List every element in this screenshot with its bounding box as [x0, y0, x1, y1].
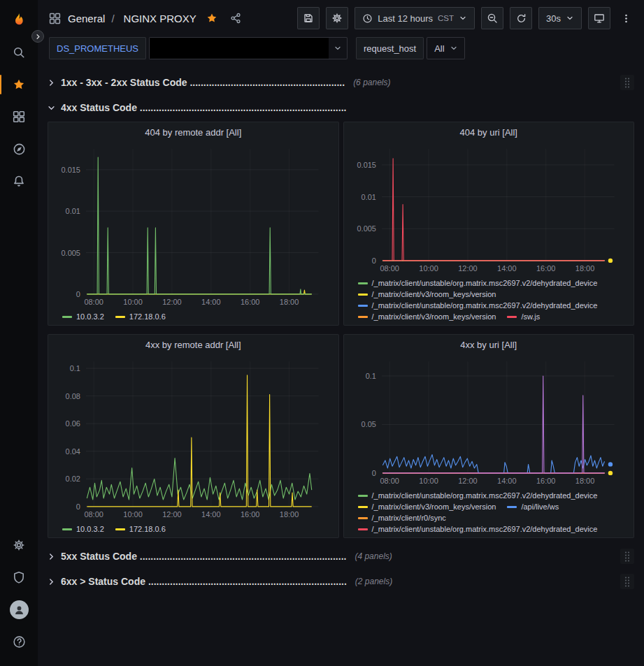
legend-item[interactable]: 172.18.0.6 — [115, 525, 166, 533]
person-icon — [13, 604, 25, 616]
legend-series-label: /_matrix/client/unstable/org.matrix.msc2… — [372, 279, 598, 287]
legend-item[interactable]: /_matrix/client/v3/room_keys/version — [358, 312, 496, 321]
row-panel-count: (2 panels) — [355, 577, 392, 586]
panel-legend: /_matrix/client/unstable/org.matrix.msc2… — [351, 276, 627, 322]
row-4xx-status-code[interactable]: 4xx Status Code ........................… — [48, 98, 634, 117]
svg-text:08:00: 08:00 — [84, 298, 103, 306]
legend-series-swatch — [507, 316, 517, 318]
svg-text:16:00: 16:00 — [536, 264, 554, 273]
chevron-down-icon — [566, 14, 574, 22]
save-dashboard-button[interactable] — [297, 7, 320, 29]
row-drag-handle-icon[interactable] — [620, 75, 634, 90]
sidebar-item-search[interactable] — [3, 36, 34, 68]
panel-title[interactable]: 4xx by remote addr [All] — [48, 335, 338, 354]
panel-title[interactable]: 404 by uri [All] — [344, 122, 634, 142]
svg-text:0: 0 — [371, 256, 375, 265]
legend-item[interactable]: /_matrix/client/unstable/org.matrix.msc2… — [358, 301, 598, 310]
sidebar-expand-button[interactable] — [31, 30, 44, 43]
sidebar-item-configuration[interactable] — [3, 529, 34, 561]
svg-text:0: 0 — [371, 469, 375, 477]
time-series-chart[interactable]: 08:0010:0012:0014:0016:0018:0000.0050.01… — [55, 142, 331, 310]
more-options-button[interactable] — [617, 7, 636, 29]
share-button[interactable] — [230, 13, 241, 24]
panel-title[interactable]: 4xx by uri [All] — [344, 335, 634, 354]
time-range-picker[interactable]: Last 12 hours CST — [355, 7, 475, 29]
sidebar-bottom-group — [3, 529, 34, 658]
svg-text:0.02: 0.02 — [66, 475, 80, 483]
legend-item[interactable]: 10.0.3.2 — [62, 312, 104, 321]
legend-item[interactable]: /_matrix/client/r0/sync — [358, 514, 446, 522]
legend-item[interactable]: /sw.js — [507, 312, 540, 321]
svg-text:0.06: 0.06 — [66, 419, 80, 428]
favorite-star-button[interactable] — [206, 13, 217, 24]
legend-series-swatch — [358, 517, 368, 519]
chevron-right-icon — [48, 578, 55, 586]
svg-text:10:00: 10:00 — [419, 264, 438, 273]
request-host-variable-select[interactable]: All — [427, 37, 464, 59]
breadcrumb-folder[interactable]: General — [68, 13, 105, 24]
variable-request-host: request_host All — [356, 37, 465, 59]
svg-text:0.015: 0.015 — [62, 166, 80, 174]
time-series-chart[interactable]: 08:0010:0012:0014:0016:0018:0000.0050.01… — [351, 142, 627, 276]
sidebar-item-explore[interactable] — [3, 133, 34, 165]
grafana-logo[interactable] — [3, 6, 34, 36]
panel-body: 08:0010:0012:0014:0016:0018:0000.0050.01… — [344, 142, 634, 325]
legend-series-label: /_matrix/client/unstable/org.matrix.msc2… — [372, 525, 598, 533]
panel-body: 08:0010:0012:0014:0016:0018:0000.020.040… — [48, 354, 338, 537]
dashboard-topbar: General / NGINX PROXY — [38, 0, 644, 36]
svg-text:10:00: 10:00 — [419, 477, 438, 485]
svg-text:16:00: 16:00 — [241, 298, 259, 306]
row-1xx-3xx-2xx-status-code[interactable]: 1xx - 3xx - 2xx Status Code ............… — [48, 73, 634, 92]
legend-item[interactable]: /_matrix/client/unstable/org.matrix.msc2… — [358, 525, 598, 533]
grafana-flame-icon — [10, 12, 28, 30]
svg-text:0: 0 — [76, 290, 80, 298]
zoom-out-button[interactable] — [481, 7, 503, 29]
dashboard-settings-button[interactable] — [326, 7, 348, 29]
chevron-down-icon — [329, 44, 347, 52]
time-series-chart[interactable]: 08:0010:0012:0014:0016:0018:0000.050.1 — [351, 354, 627, 488]
legend-series-label: 10.0.3.2 — [76, 312, 104, 321]
legend-series-label: /_matrix/client/v3/room_keys/version — [372, 312, 496, 321]
row-drag-handle-icon[interactable] — [620, 574, 634, 589]
time-series-chart[interactable]: 08:0010:0012:0014:0016:0018:0000.020.040… — [55, 354, 331, 522]
sidebar-item-profile[interactable] — [3, 593, 34, 625]
row-title: 6xx > Status Code ......................… — [61, 576, 347, 587]
panel-grid: 404 by remote addr [All]08:0010:0012:001… — [48, 122, 634, 538]
legend-item[interactable]: /_matrix/client/unstable/org.matrix.msc2… — [358, 279, 598, 287]
sidebar-item-alerting[interactable] — [3, 165, 34, 197]
svg-text:14:00: 14:00 — [201, 510, 220, 519]
svg-text:0.05: 0.05 — [361, 420, 375, 428]
svg-text:10:00: 10:00 — [123, 510, 142, 519]
share-icon — [230, 13, 241, 24]
row-drag-handle-icon[interactable] — [620, 549, 634, 564]
legend-series-swatch — [358, 294, 368, 296]
sidebar-item-server-admin[interactable] — [3, 561, 34, 593]
cycle-view-button[interactable] — [588, 7, 610, 29]
refresh-interval-picker[interactable]: 30s — [538, 7, 582, 29]
dashboard-title[interactable]: NGINX PROXY — [124, 13, 196, 24]
legend-item[interactable]: /_matrix/client/unstable/org.matrix.msc2… — [358, 491, 598, 500]
legend-item[interactable]: /_matrix/client/v3/room_keys/version — [358, 502, 496, 511]
svg-text:0.08: 0.08 — [66, 392, 80, 400]
legend-item[interactable]: 10.0.3.2 — [62, 525, 104, 533]
row-6xx-status-code[interactable]: 6xx > Status Code ......................… — [48, 572, 634, 591]
legend-item[interactable]: /_matrix/client/v3/room_keys/version — [358, 290, 496, 298]
sidebar-item-favorites[interactable] — [3, 68, 34, 101]
svg-text:0: 0 — [76, 502, 80, 511]
variables-bar: DS_PROMETHEUS request_host All — [38, 36, 644, 64]
question-icon — [13, 635, 26, 649]
star-icon — [206, 13, 217, 24]
sidebar-item-help[interactable] — [3, 625, 34, 658]
legend-item[interactable]: 172.18.0.6 — [115, 312, 166, 321]
refresh-button[interactable] — [510, 7, 532, 29]
row-5xx-status-code[interactable]: 5xx Status Code ........................… — [48, 546, 634, 566]
compass-icon — [13, 143, 26, 156]
sidebar-item-dashboards[interactable] — [3, 101, 34, 133]
user-avatar — [10, 600, 29, 619]
legend-item[interactable]: /api/live/ws — [507, 502, 559, 511]
legend-series-swatch — [62, 316, 72, 318]
panel-title[interactable]: 404 by remote addr [All] — [48, 122, 338, 142]
svg-text:18:00: 18:00 — [575, 264, 594, 273]
datasource-variable-select[interactable] — [149, 37, 348, 59]
row-title: 4xx Status Code ........................… — [61, 102, 346, 113]
